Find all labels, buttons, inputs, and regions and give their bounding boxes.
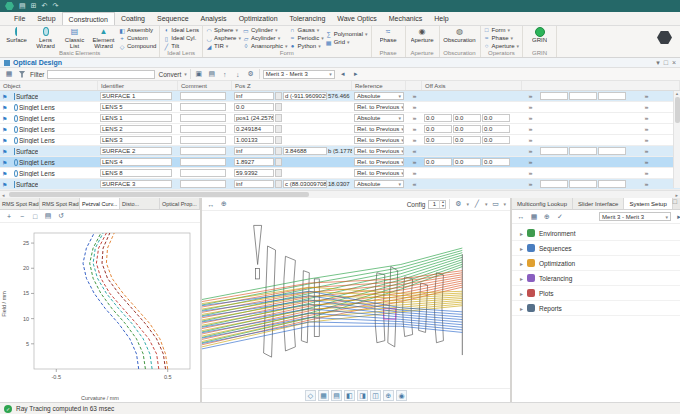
table-row[interactable]: ⚑ Singlet Lens LENS 3 1.00133 Rel. to Pr… bbox=[0, 135, 680, 146]
tab-wave-optics[interactable]: Wave Optics bbox=[331, 12, 382, 25]
view-settings-icon[interactable]: ⚙ bbox=[453, 199, 463, 209]
grid-button[interactable]: ▦Grid▾ bbox=[326, 39, 368, 46]
offaxis-input[interactable]: 0.0 bbox=[424, 158, 452, 166]
convert-button[interactable]: Convert bbox=[158, 71, 181, 78]
offaxis-input[interactable] bbox=[569, 180, 597, 188]
offaxis-input[interactable] bbox=[540, 92, 568, 100]
posz-expression-input[interactable]: d (-911.9609029162 bbox=[283, 92, 327, 100]
tab-optical-properties[interactable]: Optical Prop... bbox=[160, 198, 200, 209]
reset-view-icon[interactable]: ↺ bbox=[56, 211, 66, 221]
sync-icon[interactable]: ↔ bbox=[516, 212, 526, 222]
offaxis-input[interactable] bbox=[569, 92, 597, 100]
expand-chevrons-icon[interactable]: ››› bbox=[645, 115, 648, 121]
table-row[interactable]: ⚑ Surface SURFACE 1 infd (-911.960902916… bbox=[0, 91, 680, 102]
apply-icon[interactable]: ✓ bbox=[555, 212, 565, 222]
tab-tolerancing[interactable]: Tolerancing bbox=[284, 12, 332, 25]
expand-chevrons[interactable]: ‹‹‹ bbox=[413, 181, 416, 187]
posz-input[interactable]: 59.9392 bbox=[234, 169, 274, 177]
ray-trace-canvas[interactable] bbox=[202, 211, 510, 388]
horizontal-scrollbar[interactable]: ◂▸ bbox=[0, 190, 680, 198]
front-view-icon[interactable]: ◧ bbox=[344, 390, 355, 401]
element-wizard-button[interactable]: ▲Element Wizard bbox=[90, 27, 117, 49]
next-icon[interactable]: ▸ bbox=[674, 212, 680, 222]
panel-menu-icon[interactable]: ▾ bbox=[656, 59, 660, 67]
column-picker-icon[interactable]: ▦ bbox=[4, 69, 14, 79]
reference-select[interactable]: Absolute▾ bbox=[354, 114, 404, 122]
pan-icon[interactable]: ↔ bbox=[206, 199, 216, 209]
custom-button[interactable]: +Custom bbox=[119, 35, 156, 42]
lens-wizard-button[interactable]: Lens Wizard bbox=[32, 27, 59, 49]
offaxis-input[interactable]: 0.0 bbox=[453, 114, 481, 122]
tab-optimization[interactable]: Optimization bbox=[233, 12, 284, 25]
tab-system-setup[interactable]: System Setup bbox=[624, 198, 672, 209]
table-row[interactable]: ⚑ Surface SURFACE 2 inf3.84688b (5.17786… bbox=[0, 146, 680, 157]
filter-input[interactable] bbox=[47, 70, 155, 79]
redo-icon[interactable]: ↷ bbox=[52, 0, 58, 12]
offaxis-input[interactable]: 0.0 bbox=[453, 136, 481, 144]
offaxis-input[interactable]: 0.0 bbox=[482, 136, 510, 144]
merit-select[interactable]: Merit 3 - Merit 3▾ bbox=[599, 212, 671, 221]
tab-mechanics[interactable]: Mechanics bbox=[383, 12, 428, 25]
periodic-button[interactable]: ≈Periodic▾ bbox=[289, 35, 323, 42]
posz-input[interactable]: inf bbox=[234, 147, 274, 155]
expand-chevrons-icon[interactable]: ››› bbox=[529, 137, 532, 143]
expand-chevrons-icon[interactable]: ››› bbox=[645, 159, 648, 165]
expand-chevrons-icon[interactable]: ››› bbox=[645, 93, 648, 99]
expand-chevrons-icon[interactable]: ››› bbox=[529, 181, 532, 187]
add-view-icon[interactable]: ⊕ bbox=[383, 390, 394, 401]
expand-chevrons-icon[interactable]: ››› bbox=[529, 159, 532, 165]
identifier-input[interactable]: LENS 3 bbox=[100, 136, 172, 144]
expand-chevrons[interactable]: ‹‹‹ bbox=[413, 148, 416, 154]
filter-icon[interactable] bbox=[17, 69, 27, 79]
offaxis-input[interactable]: 0.0 bbox=[482, 125, 510, 133]
identifier-input[interactable]: SURFACE 3 bbox=[100, 180, 172, 188]
expand-chevrons-icon[interactable]: ››› bbox=[529, 126, 532, 132]
identifier-input[interactable]: LENS 5 bbox=[100, 103, 172, 111]
obscuration-button[interactable]: ◍Obscuration bbox=[443, 27, 477, 49]
table-row[interactable]: ⚑ Surface SURFACE 3 infc (88.03009708371… bbox=[0, 179, 680, 190]
aperture-button[interactable]: ◉Aperture bbox=[409, 27, 436, 49]
reference-select[interactable]: Rel. to Previous▾ bbox=[354, 158, 404, 166]
tree-item-sequences[interactable]: ▸Sequences bbox=[512, 241, 680, 256]
tab-slider-interface[interactable]: Slider Interface bbox=[573, 198, 624, 209]
reference-select[interactable]: Absolute▾ bbox=[354, 92, 404, 100]
posz-options-button[interactable] bbox=[275, 103, 282, 111]
prev-config-icon[interactable]: ◂ bbox=[338, 69, 348, 79]
comment-input[interactable] bbox=[180, 169, 226, 177]
posz-expression-input[interactable]: 3.84688 bbox=[283, 147, 327, 155]
identifier-input[interactable]: LENS 4 bbox=[100, 158, 172, 166]
expand-chevrons-icon[interactable]: ››› bbox=[645, 137, 648, 143]
next-config-icon[interactable]: ▸ bbox=[351, 69, 361, 79]
operator-phase-button[interactable]: ≈Phase▾ bbox=[484, 35, 520, 42]
zoom-out-icon[interactable]: − bbox=[17, 211, 27, 221]
comment-input[interactable] bbox=[180, 125, 226, 133]
posz-expression-input[interactable]: c (88.0300970837113 bbox=[283, 180, 327, 188]
phase-button[interactable]: ≈Phase bbox=[375, 27, 402, 49]
vertical-scrollbar[interactable]: ▲ bbox=[673, 91, 680, 188]
zoom-icon[interactable]: ⊕ bbox=[219, 199, 229, 209]
tab-distortion[interactable]: Disto... bbox=[120, 198, 160, 209]
expand-chevrons-icon[interactable]: ››› bbox=[529, 170, 532, 176]
tree-item-tolerancing[interactable]: ▸Tolerancing bbox=[512, 271, 680, 286]
table-row[interactable]: ⚑ Singlet Lens LENS 8 59.9392 Rel. to Pr… bbox=[0, 168, 680, 179]
expand-chevrons-icon[interactable]: ››› bbox=[645, 126, 648, 132]
tab-coating[interactable]: Coating bbox=[115, 12, 151, 25]
gauss-button[interactable]: ∩Gauss▾ bbox=[289, 27, 323, 34]
tab-petzval-curvature[interactable]: Petzval Curv... bbox=[80, 198, 120, 209]
sphere-button[interactable]: ◠Sphere▾ bbox=[206, 27, 241, 34]
expand-chevrons-icon[interactable]: ››› bbox=[529, 93, 532, 99]
comment-input[interactable] bbox=[180, 114, 226, 122]
posz-options-button[interactable] bbox=[275, 114, 282, 122]
expand-chevrons-icon[interactable]: ››› bbox=[645, 181, 648, 187]
operator-form-button[interactable]: □Form▾ bbox=[484, 27, 520, 34]
reference-select[interactable]: Rel. to Previous▾ bbox=[354, 125, 404, 133]
render-mode-icon[interactable]: ◉ bbox=[396, 390, 407, 401]
reference-select[interactable]: Rel. to Previous▾ bbox=[354, 136, 404, 144]
offaxis-input[interactable]: 0.0 bbox=[482, 158, 510, 166]
offaxis-input[interactable]: 0.0 bbox=[482, 114, 510, 122]
tab-file[interactable]: File bbox=[8, 12, 31, 25]
expand-chevrons[interactable]: ››› bbox=[413, 170, 416, 176]
expand-chevrons-icon[interactable]: ››› bbox=[529, 148, 532, 154]
paste-icon[interactable]: ▤ bbox=[207, 69, 217, 79]
offaxis-input[interactable]: 0.0 bbox=[453, 158, 481, 166]
